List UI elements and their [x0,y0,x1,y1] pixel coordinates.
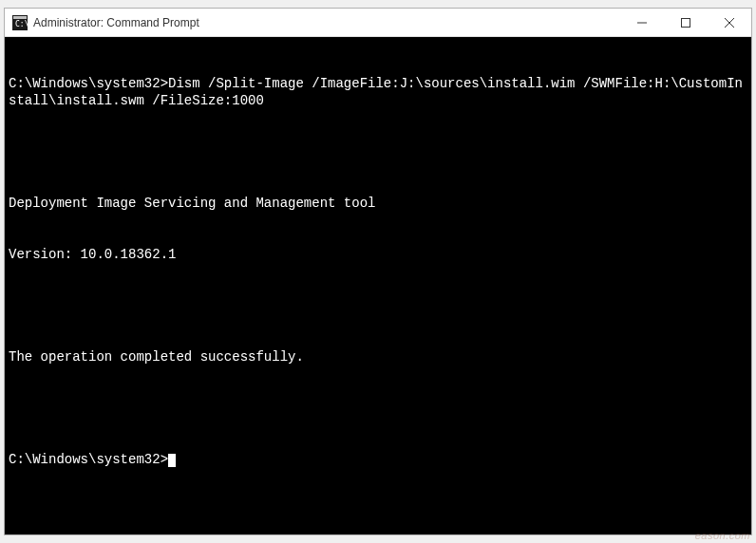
terminal-area[interactable]: C:\Windows\system32>Dism /Split-Image /I… [5,37,751,534]
terminal-blank [9,400,747,417]
close-button[interactable] [708,9,751,36]
cmd-icon: C:\ [12,15,28,30]
terminal-line: C:\Windows\system32> [9,451,747,468]
minimize-button[interactable] [620,9,664,36]
command-prompt-window: C:\ Administrator: Command Prompt C:\Win… [4,8,752,535]
terminal-blank [9,143,747,160]
window-title: Administrator: Command Prompt [33,16,199,29]
terminal-output: Deployment Image Servicing and Managemen… [9,195,747,212]
titlebar[interactable]: C:\ Administrator: Command Prompt [5,9,751,37]
cursor [168,454,176,467]
window-controls [620,9,751,36]
terminal-blank [9,297,747,314]
maximize-button[interactable] [664,9,708,36]
svg-rect-4 [682,18,690,27]
terminal-output: Version: 10.0.18362.1 [9,246,747,263]
prompt: C:\Windows\system32> [9,452,168,467]
svg-rect-1 [13,16,27,19]
svg-text:C:\: C:\ [15,20,28,28]
prompt: C:\Windows\system32> [9,76,168,91]
terminal-line: C:\Windows\system32>Dism /Split-Image /I… [9,75,747,109]
terminal-output: The operation completed successfully. [9,348,747,365]
